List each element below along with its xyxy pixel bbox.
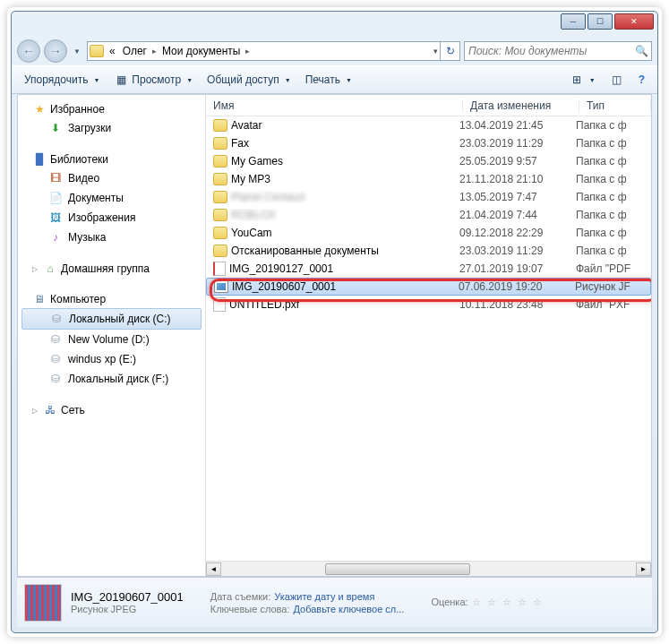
search-icon[interactable]: 🔍 [631,45,651,57]
column-headers: Имя Дата изменения Тип [206,95,651,116]
computer-icon: 🖥 [32,292,47,306]
share-button[interactable]: Общий доступ▼ [200,71,298,89]
sidebar-disk-e[interactable]: ⛁windus xp (E:) [18,349,205,369]
sidebar-downloads[interactable]: ⬇Загрузки [18,118,205,138]
file-name: My MP3 [231,173,270,185]
chevron-right-icon[interactable]: ▸ [244,47,252,56]
search-input[interactable] [465,45,631,57]
column-type[interactable]: Тип [579,99,651,112]
disk-icon: ⛁ [48,372,63,386]
keywords-value[interactable]: Добавьте ключевое сл... [293,604,404,614]
details-pane: IMG_20190607_0001 Рисунок JPEG Дата съем… [17,577,652,627]
view-button[interactable]: ⊞▼ [562,70,603,90]
minimize-button[interactable]: ─ [561,13,586,30]
sidebar-homegroup[interactable]: ⌂Домашняя группа [18,260,205,278]
file-row[interactable]: IMG_20190127_000127.01.2019 19:07Файл "P… [206,260,651,278]
folder-icon [213,191,227,203]
folder-icon [213,137,227,150]
file-row[interactable]: My Games25.05.2019 9:57Папка с ф [206,152,651,170]
forward-button[interactable]: → [44,39,67,63]
preview-button[interactable]: ▦Просмотр▼ [107,70,200,90]
address-dropdown[interactable]: ▾ [432,47,440,56]
column-date[interactable]: Дата изменения [463,99,579,112]
video-icon: 🎞 [48,171,63,185]
titlebar: ─ ☐ ✕ [12,12,657,37]
scroll-left-button[interactable]: ◄ [206,562,221,576]
file-row[interactable]: My MP321.11.2018 21:10Папка с ф [206,170,651,188]
scroll-right-button[interactable]: ► [636,562,651,576]
file-type: Папка с ф [576,209,648,221]
address-seg-folder[interactable]: Мои документы [159,45,244,57]
scroll-track[interactable] [221,562,636,576]
file-row[interactable]: Planet Centauri13.05.2019 7:47Папка с ф [206,188,651,206]
file-date: 21.11.2018 21:10 [459,173,576,185]
file-row[interactable]: ROBLOX21.04.2019 7:44Папка с ф [206,206,651,224]
sidebar-disk-c[interactable]: ⛁Локальный диск (C:) [21,308,202,330]
maximize-button[interactable]: ☐ [588,13,613,30]
print-button[interactable]: Печать▼ [298,71,359,89]
network-icon: 🖧 [43,403,57,417]
file-icon [213,297,226,312]
sidebar-disk-f[interactable]: ⛁Локальный диск (F:) [18,369,205,389]
sidebar-disk-d[interactable]: ⛁New Volume (D:) [18,330,205,349]
file-row[interactable]: IMG_20190607_000107.06.2019 19:20Рисунок… [206,278,651,296]
preview-pane-button[interactable]: ◫ [603,70,631,90]
file-row[interactable]: Fax23.03.2019 11:29Папка с ф [206,134,651,152]
file-date: 27.01.2019 19:07 [459,262,576,275]
scroll-thumb[interactable] [325,563,470,575]
explorer-window: ─ ☐ ✕ ← → ▼ « Олег ▸ Мои документы ▸ ▾ ↻… [11,11,658,633]
file-type: Папка с ф [576,227,648,239]
file-name: YouCam [231,227,272,239]
body-area: ★Избранное ⬇Загрузки ▉Библиотеки 🎞Видео … [17,94,652,577]
file-name: IMG_20190607_0001 [232,280,336,293]
rating-stars[interactable]: ☆ ☆ ☆ ☆ ☆ [472,597,544,608]
file-type: Папка с ф [576,119,648,132]
file-list[interactable]: Avatar13.04.2019 21:45Папка с фFax23.03.… [206,116,651,561]
image-icon: 🖼 [48,210,63,225]
library-icon: ▉ [32,152,47,167]
homegroup-icon: ⌂ [43,262,57,276]
file-date: 23.03.2019 11:29 [459,245,576,257]
column-name[interactable]: Имя [206,99,463,112]
file-type: Папка с ф [576,173,648,185]
sidebar-music[interactable]: ♪Музыка [18,228,205,247]
sidebar-images[interactable]: 🖼Изображения [18,208,205,228]
help-button[interactable]: ? [631,71,652,89]
view-icon: ⊞ [570,73,584,87]
sidebar-video[interactable]: 🎞Видео [18,168,205,188]
keywords-label: Ключевые слова: [210,604,290,614]
refresh-button[interactable]: ↻ [440,41,459,61]
nav-history-dropdown[interactable]: ▼ [71,42,83,60]
back-button[interactable]: ← [17,39,40,63]
file-row[interactable]: Отсканированные документы23.03.2019 11:2… [206,242,651,260]
file-row[interactable]: YouCam09.12.2018 22:29Папка с ф [206,224,651,242]
folder-icon [213,155,227,167]
nav-row: ← → ▼ « Олег ▸ Мои документы ▸ ▾ ↻ 🔍 [12,37,657,65]
sidebar-documents[interactable]: 📄Документы [18,188,205,208]
file-date: 21.04.2019 7:44 [459,209,576,221]
close-button[interactable]: ✕ [614,13,654,30]
toolbar: Упорядочить▼ ▦Просмотр▼ Общий доступ▼ Пе… [12,65,657,94]
file-date: 23.03.2019 11:29 [459,137,576,150]
file-row[interactable]: UNTITLED.pxf10.11.2018 23:48Файл "PXF [206,296,651,313]
download-icon: ⬇ [48,121,63,135]
organize-button[interactable]: Упорядочить▼ [17,71,107,89]
file-date: 09.12.2018 22:29 [459,227,576,239]
file-type: Файл "PDF [576,262,648,275]
file-row[interactable]: Avatar13.04.2019 21:45Папка с ф [206,116,651,134]
chevron-right-icon[interactable]: ▸ [150,47,159,56]
horizontal-scrollbar[interactable]: ◄ ► [206,561,651,576]
sidebar-computer[interactable]: 🖥Компьютер [18,290,205,308]
music-icon: ♪ [48,230,63,245]
disk-icon: ⛁ [48,332,63,347]
date-taken-value[interactable]: Укажите дату и время [274,591,374,602]
file-type: Папка с ф [576,191,648,203]
file-name: Отсканированные документы [231,245,379,257]
sidebar-favorites[interactable]: ★Избранное [18,100,205,118]
search-box[interactable]: 🔍 [464,41,652,61]
sidebar-network[interactable]: 🖧Сеть [18,401,205,419]
sidebar-libraries[interactable]: ▉Библиотеки [18,150,205,168]
address-bar[interactable]: « Олег ▸ Мои документы ▸ ▾ ↻ [87,41,460,61]
address-seg-user[interactable]: Олег [119,45,150,57]
address-chevrons[interactable]: « [106,45,119,57]
